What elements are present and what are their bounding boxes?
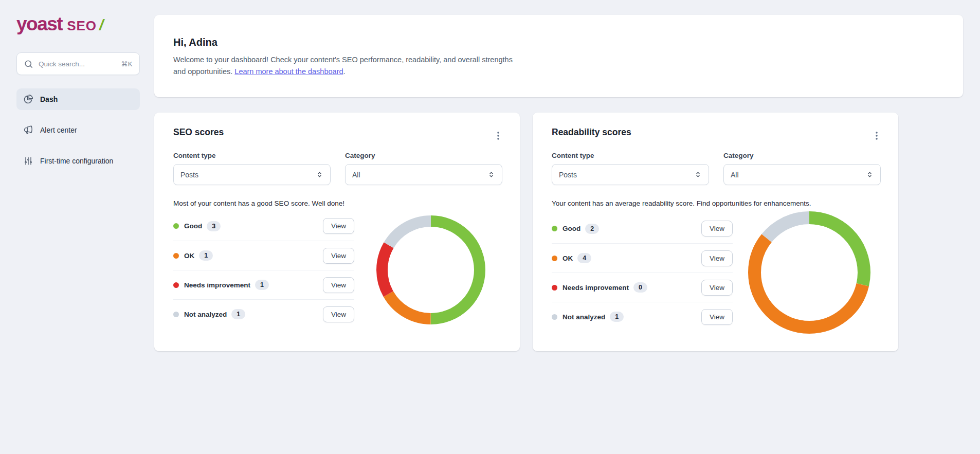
donut-chart-area: [733, 211, 881, 334]
count-badge: 2: [585, 224, 599, 234]
main-content: Hi, Adina Welcome to your dashboard! Che…: [154, 0, 963, 454]
view-needs-improvement-button[interactable]: View: [323, 277, 354, 293]
category-field: Category All: [345, 152, 502, 185]
sidebar-item-label: Alert center: [40, 126, 77, 134]
legend-row-needs-improvement: Needs improvement 1 View: [173, 270, 354, 299]
legend-label: Good: [562, 225, 580, 232]
filters: Content type Posts Category All: [552, 152, 881, 185]
page-greeting: Hi, Adina: [173, 37, 944, 48]
welcome-message: Welcome to your dashboard! Check your co…: [173, 54, 519, 78]
sidebar-item-label: First-time configuration: [40, 157, 113, 165]
sidebar-item-dash[interactable]: Dash: [16, 88, 140, 110]
good-score-dot: [552, 226, 557, 231]
search-placeholder: Quick search...: [39, 60, 116, 68]
score-legend: Good 3 View OK 1 View Needs improvement …: [173, 211, 354, 329]
content-type-label: Content type: [173, 152, 331, 159]
content-type-field: Content type Posts: [552, 152, 709, 185]
good-score-dot: [173, 223, 179, 229]
score-legend: Good 2 View OK 4 View Needs improvement …: [552, 214, 733, 331]
content-type-value: Posts: [559, 171, 577, 179]
ok-score-dot: [552, 256, 557, 261]
content-type-value: Posts: [180, 171, 198, 179]
pie-chart-icon: [23, 94, 33, 104]
needs-improvement-dot: [552, 285, 557, 290]
megaphone-icon: [23, 125, 33, 135]
count-badge: 1: [255, 280, 269, 290]
legend-label: Needs improvement: [184, 281, 250, 289]
content-type-field: Content type Posts: [173, 152, 331, 185]
view-not-analyzed-button[interactable]: View: [701, 309, 733, 325]
category-field: Category All: [723, 152, 881, 185]
count-badge: 4: [577, 253, 591, 263]
score-cards-row: SEO scores Content type Posts Category: [154, 113, 963, 351]
legend-label: Not analyzed: [184, 311, 227, 318]
card-title: Readability scores: [552, 127, 881, 138]
legend-row-ok: OK 4 View: [552, 243, 733, 273]
legend-label: OK: [184, 252, 194, 260]
view-ok-button[interactable]: View: [701, 250, 733, 266]
search-shortcut: ⌘K: [121, 60, 133, 68]
category-label: Category: [345, 152, 502, 159]
sliders-icon: [23, 156, 33, 166]
seo-donut-chart: [376, 215, 485, 324]
logo-slash-mark: /: [99, 16, 103, 34]
not-analyzed-dot: [173, 312, 179, 317]
search-input[interactable]: Quick search... ⌘K: [16, 52, 140, 75]
kebab-menu-icon[interactable]: [492, 129, 504, 144]
readability-donut-chart: [748, 211, 870, 334]
count-badge: 3: [207, 221, 221, 231]
chevron-up-down-icon: [866, 171, 874, 178]
view-good-button[interactable]: View: [701, 221, 733, 237]
donut-chart-area: [354, 215, 502, 324]
content-type-select[interactable]: Posts: [552, 164, 709, 185]
status-message: Your content has an average readability …: [552, 199, 881, 207]
seo-scores-card: SEO scores Content type Posts Category: [154, 113, 520, 351]
category-select[interactable]: All: [723, 164, 881, 185]
readability-scores-card: Readability scores Content type Posts: [533, 113, 898, 351]
kebab-menu-icon[interactable]: [870, 129, 883, 144]
chevron-up-down-icon: [694, 171, 702, 178]
category-select[interactable]: All: [345, 164, 502, 185]
count-badge: 1: [610, 312, 624, 322]
sidebar-item-alert-center[interactable]: Alert center: [16, 119, 140, 141]
count-badge: 0: [633, 282, 647, 293]
content-type-select[interactable]: Posts: [173, 164, 331, 185]
not-analyzed-dot: [552, 314, 557, 320]
legend-row-needs-improvement: Needs improvement 0 View: [552, 273, 733, 302]
welcome-message-period: .: [343, 67, 346, 76]
search-icon: [24, 59, 33, 69]
legend-label: Not analyzed: [562, 313, 605, 321]
legend-row-not-analyzed: Not analyzed 1 View: [552, 302, 733, 331]
legend-row-ok: OK 1 View: [173, 241, 354, 270]
legend-label: OK: [562, 255, 573, 262]
welcome-card: Hi, Adina Welcome to your dashboard! Che…: [154, 15, 963, 97]
yoast-seo-logo: yoast SEO /: [16, 13, 128, 36]
logo-yoast-text: yoast: [16, 13, 62, 35]
logo-seo-text: SEO: [67, 18, 97, 34]
view-needs-improvement-button[interactable]: View: [701, 280, 733, 296]
view-good-button[interactable]: View: [323, 218, 354, 234]
learn-more-link[interactable]: Learn more about the dashboard: [234, 67, 343, 76]
legend-row-good: Good 2 View: [552, 214, 733, 243]
chevron-up-down-icon: [487, 171, 495, 178]
category-value: All: [352, 171, 360, 179]
legend-label: Good: [184, 222, 202, 230]
chevron-up-down-icon: [316, 171, 323, 178]
legend-label: Needs improvement: [562, 284, 629, 292]
status-message: Most of your content has a good SEO scor…: [173, 199, 502, 207]
legend-row-not-analyzed: Not analyzed 1 View: [173, 299, 354, 329]
view-not-analyzed-button[interactable]: View: [323, 306, 354, 322]
category-value: All: [731, 171, 739, 179]
card-body: Good 2 View OK 4 View Needs improvement …: [552, 211, 881, 334]
view-ok-button[interactable]: View: [323, 248, 354, 264]
sidebar-item-label: Dash: [40, 95, 58, 103]
category-label: Category: [723, 152, 881, 159]
ok-score-dot: [173, 253, 179, 259]
sidebar: yoast SEO / Quick search... ⌘K Dash Aler…: [0, 0, 144, 454]
legend-row-good: Good 3 View: [173, 211, 354, 241]
card-body: Good 3 View OK 1 View Needs improvement …: [173, 211, 502, 329]
sidebar-item-first-time-configuration[interactable]: First-time configuration: [16, 150, 140, 172]
count-badge: 1: [231, 309, 245, 319]
needs-improvement-dot: [173, 282, 179, 288]
filters: Content type Posts Category All: [173, 152, 502, 185]
